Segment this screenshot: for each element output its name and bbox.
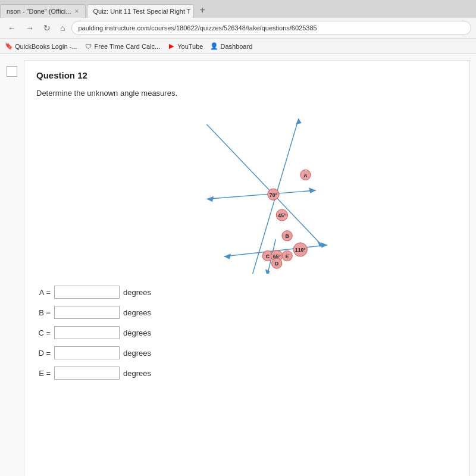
svg-marker-5 bbox=[206, 196, 214, 202]
address-input[interactable] bbox=[71, 21, 471, 35]
svg-text:A: A bbox=[303, 173, 308, 178]
bookmark-quickbooks-label: QuickBooks Login -... bbox=[15, 43, 77, 50]
question-header: Question 12 bbox=[36, 70, 458, 80]
answer-row-a: A = degrees bbox=[36, 286, 458, 299]
youtube-icon: ▶ bbox=[167, 42, 176, 51]
answer-row-b: B = degrees bbox=[36, 306, 458, 319]
bookmark-quickbooks[interactable]: 🔖 QuickBooks Login -... bbox=[5, 42, 77, 51]
tab-2[interactable]: Quiz: Unit 11 Test Special Right T × bbox=[87, 4, 194, 18]
answer-unit-b: degrees bbox=[123, 308, 151, 317]
home-button[interactable]: ⌂ bbox=[57, 22, 68, 34]
bookmarks-bar: 🔖 QuickBooks Login -... 🛡 Free Time Card… bbox=[0, 38, 476, 54]
question-panel: Question 12 Determine the unknown angle … bbox=[24, 60, 470, 476]
svg-marker-11 bbox=[265, 269, 270, 274]
answer-label-a: A = bbox=[36, 288, 51, 297]
bookmark-dashboard-label: Dashboard bbox=[220, 43, 252, 50]
tab-1-close[interactable]: × bbox=[74, 7, 79, 15]
answer-input-a[interactable] bbox=[54, 286, 120, 299]
content-area: Question 12 Determine the unknown angle … bbox=[0, 54, 476, 476]
tab-1-label: nson - "Done" (Offici... bbox=[7, 8, 71, 15]
geometry-diagram: 70° A 45° B 110° C 65° bbox=[158, 107, 336, 274]
back-button[interactable]: ← bbox=[5, 22, 19, 34]
svg-text:D: D bbox=[275, 261, 278, 267]
question-prompt: Determine the unknown angle measures. bbox=[36, 89, 458, 98]
answer-row-e: E = degrees bbox=[36, 367, 458, 380]
svg-line-4 bbox=[206, 190, 315, 199]
answer-fields: A = degrees B = degrees C = degrees D = … bbox=[36, 286, 458, 380]
svg-marker-9 bbox=[321, 242, 328, 248]
tab-1[interactable]: nson - "Done" (Offici... × bbox=[0, 4, 86, 18]
answer-input-d[interactable] bbox=[54, 346, 120, 359]
bookmark-freetimecalc[interactable]: 🛡 Free Time Card Calc... bbox=[84, 42, 161, 51]
svg-text:B: B bbox=[285, 233, 289, 239]
answer-label-d: D = bbox=[36, 349, 51, 358]
svg-text:C: C bbox=[266, 253, 270, 259]
diagram-container: 70° A 45° B 110° C 65° bbox=[36, 107, 458, 274]
answer-label-c: C = bbox=[36, 328, 51, 337]
svg-line-0 bbox=[206, 124, 321, 245]
quickbooks-icon: 🔖 bbox=[5, 42, 13, 51]
svg-text:45°: 45° bbox=[278, 212, 286, 218]
refresh-button[interactable]: ↻ bbox=[40, 22, 54, 34]
answer-input-c[interactable] bbox=[54, 326, 120, 339]
tab-bar: nson - "Done" (Offici... × Quiz: Unit 11… bbox=[0, 0, 476, 18]
answer-unit-e: degrees bbox=[123, 369, 151, 378]
svg-marker-6 bbox=[309, 187, 316, 193]
dashboard-icon: 👤 bbox=[210, 42, 218, 51]
left-sidebar bbox=[0, 60, 24, 476]
answer-label-e: E = bbox=[36, 369, 51, 378]
bookmark-freetimecalc-label: Free Time Card Calc... bbox=[95, 43, 161, 50]
answer-input-b[interactable] bbox=[54, 306, 120, 319]
svg-text:110°: 110° bbox=[295, 247, 306, 253]
svg-marker-8 bbox=[224, 253, 231, 259]
bookmark-youtube[interactable]: ▶ YouTube bbox=[167, 42, 203, 51]
browser-chrome: nson - "Done" (Offici... × Quiz: Unit 11… bbox=[0, 0, 476, 54]
svg-text:E: E bbox=[286, 253, 289, 259]
bookmark-dashboard[interactable]: 👤 Dashboard bbox=[210, 42, 252, 51]
bookmark-youtube-label: YouTube bbox=[177, 43, 203, 50]
shield-icon: 🛡 bbox=[84, 42, 93, 51]
answer-row-c: C = degrees bbox=[36, 326, 458, 339]
tab-2-label: Quiz: Unit 11 Test Special Right T bbox=[93, 8, 191, 15]
forward-button[interactable]: → bbox=[23, 22, 37, 34]
tab-new-button[interactable]: + bbox=[195, 2, 210, 18]
answer-input-e[interactable] bbox=[54, 367, 120, 380]
svg-marker-3 bbox=[296, 118, 302, 124]
svg-text:70°: 70° bbox=[270, 192, 278, 198]
address-bar-row: ← → ↻ ⌂ bbox=[0, 18, 476, 38]
answer-unit-c: degrees bbox=[123, 328, 151, 337]
answer-unit-d: degrees bbox=[123, 349, 151, 358]
answer-row-d: D = degrees bbox=[36, 346, 458, 359]
answer-unit-a: degrees bbox=[123, 288, 151, 297]
question-checkbox[interactable] bbox=[7, 66, 17, 77]
answer-label-b: B = bbox=[36, 308, 51, 317]
